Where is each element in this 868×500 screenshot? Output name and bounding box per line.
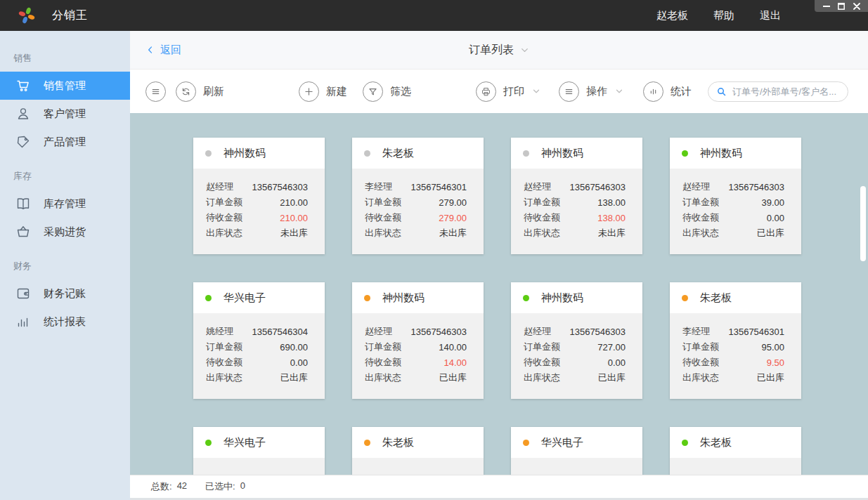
person-icon	[15, 105, 32, 122]
sidebar-item-purchasing[interactable]: 采购进货	[0, 218, 130, 246]
sidebar-item-label: 财务记账	[44, 287, 86, 301]
ship-status-value: 已出库	[280, 371, 308, 384]
due-amount-value: 0.00	[290, 357, 308, 368]
due-amount-label: 待收金额	[365, 356, 401, 369]
sidebar-item-label: 库存管理	[44, 197, 86, 211]
status-dot-icon	[682, 295, 688, 301]
titlebar: 分销王 赵老板 帮助 退出	[0, 0, 868, 31]
customer-name: 神州数码	[224, 147, 266, 160]
book-icon	[15, 195, 32, 212]
order-card[interactable]: 朱老板 李经理13567546301 订单金额279.00 待收金额279.00…	[352, 138, 484, 254]
status-dot-icon	[523, 440, 529, 446]
vertical-scrollbar[interactable]	[860, 186, 866, 261]
order-card-header: 朱老板	[670, 282, 801, 313]
customer-name: 华兴电子	[224, 436, 266, 449]
phone-number: 13567546303	[252, 182, 308, 192]
phone-number: 13567546301	[728, 327, 784, 337]
selected-label: 已选中:	[205, 480, 235, 493]
order-card[interactable]: 华兴电子	[193, 427, 325, 475]
order-card[interactable]: 神州数码 赵经理13567546303 订单金额138.00 待收金额138.0…	[511, 138, 642, 254]
new-button[interactable]: 新建	[299, 81, 347, 102]
print-label: 打印	[503, 85, 524, 98]
manager-name: 赵经理	[206, 180, 233, 193]
user-menu[interactable]: 赵老板	[656, 9, 688, 22]
sidebar-item-sales-management[interactable]: 销售管理	[0, 72, 130, 100]
minimize-button[interactable]	[823, 3, 830, 10]
status-dot-icon	[682, 440, 688, 446]
manager-name: 赵经理	[682, 180, 710, 193]
order-card[interactable]: 神州数码 赵经理13567546303 订单金额39.00 待收金额0.00 出…	[670, 138, 801, 254]
sidebar-item-finance-bookkeeping[interactable]: 财务记账	[0, 279, 130, 308]
phone-number: 13567546303	[728, 182, 784, 192]
due-amount-label: 待收金额	[682, 211, 719, 224]
basket-icon	[15, 223, 32, 240]
minimize-icon	[823, 3, 830, 10]
selected-count: 已选中: 0	[205, 480, 245, 493]
customer-name: 朱老板	[700, 291, 732, 305]
phone-number: 13567546303	[569, 327, 626, 337]
order-card[interactable]: 神州数码 赵经理13567546303 订单金额140.00 待收金额14.00…	[352, 282, 484, 399]
order-card-header: 神州数码	[511, 138, 642, 169]
order-card[interactable]: 神州数码 赵经理13567546303 订单金额727.00 待收金额0.00 …	[511, 282, 642, 399]
phone-number: 13567546301	[410, 182, 467, 192]
order-card[interactable]: 华兴电子 姚经理13567546304 订单金额690.00 待收金额0.00 …	[193, 282, 325, 399]
sidebar-item-label: 采购进货	[44, 225, 86, 239]
order-card-header: 华兴电子	[193, 427, 325, 458]
order-amount-value: 727.00	[597, 342, 626, 353]
order-card[interactable]: 朱老板	[352, 427, 484, 475]
page-title-dropdown[interactable]: 订单列表	[469, 43, 529, 58]
chevron-left-icon	[145, 45, 155, 55]
filter-button[interactable]: 筛选	[363, 81, 411, 102]
toolbar: 刷新 新建 筛选 打印	[130, 70, 868, 113]
sidebar-item-product-management[interactable]: 产品管理	[0, 128, 130, 156]
customer-name: 神州数码	[700, 147, 742, 160]
sidebar-item-label: 产品管理	[44, 136, 86, 149]
menu-icon	[559, 81, 579, 102]
order-amount-label: 订单金额	[682, 196, 719, 209]
order-card-body	[511, 458, 642, 475]
sidebar-item-statistics-report[interactable]: 统计报表	[0, 308, 130, 336]
order-amount-label: 订单金额	[365, 341, 401, 353]
order-card-body: 赵经理13567546303 订单金额140.00 待收金额14.00 出库状态…	[352, 313, 484, 386]
due-amount-value: 0.00	[608, 357, 626, 368]
status-dot-icon	[523, 295, 529, 301]
order-card[interactable]: 神州数码 赵经理13567546303 订单金额210.00 待收金额210.0…	[193, 138, 325, 254]
order-card-header: 神州数码	[670, 138, 801, 169]
page-header: 返回 订单列表	[130, 31, 868, 70]
help-menu[interactable]: 帮助	[713, 9, 734, 22]
close-icon	[853, 3, 860, 10]
due-amount-label: 待收金额	[206, 356, 242, 369]
order-card[interactable]: 朱老板	[670, 427, 801, 475]
order-card-body: 李经理13567546301 订单金额279.00 待收金额279.00 出库状…	[352, 169, 484, 241]
manager-name: 赵经理	[524, 325, 551, 338]
back-button[interactable]: 返回	[145, 44, 181, 57]
search-input[interactable]	[708, 81, 848, 102]
close-button[interactable]	[853, 3, 860, 10]
operate-button[interactable]: 操作	[559, 81, 623, 102]
logout-menu[interactable]: 退出	[760, 9, 781, 22]
order-amount-label: 订单金额	[206, 196, 242, 209]
order-amount-value: 39.00	[761, 197, 784, 208]
due-amount-value: 279.00	[439, 213, 467, 223]
stats-button[interactable]: 统计	[643, 81, 692, 102]
view-menu-button[interactable]	[145, 81, 166, 102]
ship-status-value: 已出库	[598, 371, 626, 384]
due-amount-label: 待收金额	[206, 211, 242, 224]
total-value: 42	[177, 480, 187, 493]
ship-status-label: 出库状态	[682, 371, 719, 384]
refresh-button[interactable]: 刷新	[176, 81, 224, 102]
titlebar-menu: 赵老板 帮助 退出	[656, 9, 781, 22]
funnel-icon	[363, 81, 383, 102]
phone-number: 13567546303	[569, 182, 626, 192]
manager-name: 李经理	[365, 180, 392, 193]
maximize-button[interactable]	[838, 3, 845, 10]
sidebar-item-inventory-management[interactable]: 库存管理	[0, 190, 130, 218]
order-card[interactable]: 华兴电子	[511, 427, 642, 475]
order-card[interactable]: 朱老板 李经理13567546301 订单金额95.00 待收金额9.50 出库…	[670, 282, 801, 399]
status-dot-icon	[523, 150, 529, 157]
sidebar-item-customer-management[interactable]: 客户管理	[0, 100, 130, 128]
due-amount-label: 待收金额	[524, 356, 560, 369]
order-card-body	[670, 458, 801, 475]
print-button[interactable]: 打印	[476, 81, 540, 102]
sidebar-section-header: 财务	[0, 260, 130, 272]
